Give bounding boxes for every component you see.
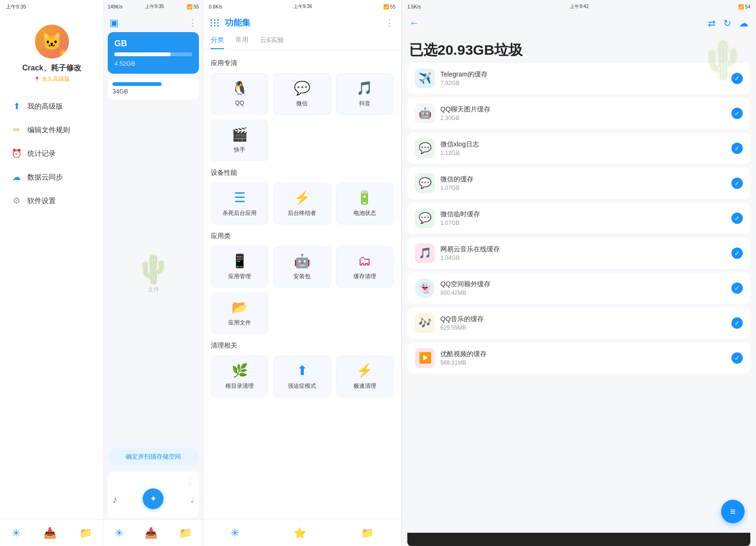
card-app-files[interactable]: 📂 应用文件 [211,292,268,334]
nav-folder-3[interactable]: 📁 [361,527,374,539]
card-cache-clean[interactable]: 🗂 缓存清理 [336,246,394,288]
section-title-clean: 清理相关 [211,341,394,350]
list-item-youku[interactable]: ▶️ 优酷视频的缓存 568.31MB ✓ [407,342,750,374]
p3-tabs: 分类 常用 云&实验 [203,32,401,50]
check-netease[interactable]: ✓ [731,247,743,259]
back-button[interactable]: ← [409,17,420,29]
sidebar-item-rules[interactable]: ✏ 编辑文件规则 [0,118,103,142]
card-battery[interactable]: 🔋 电池状态 [336,183,394,224]
nav-fan-2[interactable]: ✳ [115,527,123,539]
card-apk[interactable]: 🤖 安装包 [273,246,331,288]
card-kuaishou[interactable]: 🎬 快手 [211,119,268,161]
douyin-icon: 🎵 [356,80,373,96]
more-icon[interactable]: ⋮ [189,17,197,28]
card-douyin[interactable]: 🎵 抖音 [336,73,394,115]
wechat-xlog-icon: 💬 [415,138,435,158]
check-wechat-cache[interactable]: ✓ [731,178,743,189]
sidebar-item-settings[interactable]: ⚙ 软件设置 [0,189,103,213]
item-info-wechat-cache: 微信的缓存 1.07GB [440,175,726,191]
list-item-wechat-cache[interactable]: 💬 微信的缓存 1.07GB ✓ [407,168,750,199]
card-qq[interactable]: 🐧 QQ [211,73,268,115]
nav-folder-2[interactable]: 📁 [179,527,192,539]
function-collection-panel: 0.6K/s 上午9:36 📶 55 功能集 ⋮ 分类 常用 云&实验 应用专清… [203,0,402,546]
hero-title: 已选20.93GB垃圾 [409,41,748,59]
storage-title: GB [114,39,192,49]
card-label-fast-clean: 极速清理 [353,382,376,390]
list-item-qq-space[interactable]: 👻 QQ空间额外缓存 800.42MB ✓ [407,273,750,304]
netease-icon: 🎵 [415,243,435,263]
item-size-qq-chat: 2.30GB [440,115,726,121]
check-qq-chat[interactable]: ✓ [731,108,743,119]
music-area: ♪ ✦ ♩ [112,486,194,513]
nav-folder-icon[interactable]: 📁 [79,527,92,539]
clean-grid: 🌿 根目录清理 ⬆ 强迫症模式 ⚡ 极速清理 [211,356,394,397]
action-fab[interactable]: ≡ [721,500,745,523]
p2-header: ▣ ⋮ [104,13,203,32]
list-item-netease[interactable]: 🎵 网易云音乐在线缓存 1.04GB ✓ [407,238,750,269]
card-label-apk: 安装包 [293,273,310,281]
sidebar-item-stats[interactable]: ⏰ 统计记录 [0,142,103,165]
card-wechat[interactable]: 💬 微信 [273,73,331,115]
item-info-telegram: Telegram的缓存 7.92GB [440,70,726,86]
sidebar-item-cloud[interactable]: ☁ 数据云同步 [0,165,103,189]
item-size-qq-music: 629.59MB [440,324,726,331]
nav-download-icon[interactable]: 📥 [43,527,56,539]
sidebar-item-premium[interactable]: ⬆ 我的高级版 [0,94,103,118]
list-item-wechat-xlog[interactable]: 💬 微信xlog日志 1.12GB ✓ [407,133,750,164]
more-dots[interactable]: ⋮ [186,476,194,486]
item-info-wechat-temp: 微信临时缓存 1.07GB [440,210,726,226]
storage-card: GB 4.52GB [108,32,199,74]
p3-more-icon[interactable]: ⋮ [385,17,394,28]
card-root-clean[interactable]: 🌿 根目录清理 [211,356,268,397]
item-size-qq-space: 800.42MB [440,290,726,296]
nav-star-3[interactable]: ⭐ [293,527,306,539]
nav-down-2[interactable]: 📥 [145,527,157,539]
upload-cloud-icon[interactable]: ☁ [739,17,748,29]
p4-header: ← ⇄ ↻ ☁ [402,13,756,33]
tab-common[interactable]: 常用 [235,32,249,49]
check-wechat-xlog[interactable]: ✓ [731,143,743,154]
check-qq-music[interactable]: ✓ [731,317,743,329]
sidebar-panel: 上午9:35 🐱 ⭐ Crack、耗子修改 永久高级版 ⬆ 我的高级版 ✏ 编辑… [0,0,104,546]
bar2 [112,82,162,86]
wechat-cache-icon: 💬 [415,173,435,193]
item-name-wechat-xlog: 微信xlog日志 [440,140,726,149]
item-name-qq-space: QQ空间额外缓存 [440,280,726,289]
card-kill-bg[interactable]: ☰ 杀死后台应用 [211,183,268,224]
fab-button[interactable]: ✦ [143,488,163,509]
check-youku[interactable]: ✓ [731,352,743,364]
tab-cloud[interactable]: 云&实验 [260,32,284,49]
bottom-nav-3: ✳ ⭐ 📁 [203,520,401,546]
sidebar-item-label-settings: 软件设置 [27,196,56,205]
scan-area: 🌵 文件 [104,102,203,444]
check-wechat-temp[interactable]: ✓ [731,213,743,224]
swap-icon[interactable]: ⇄ [708,17,716,29]
ocd-mode-icon: ⬆ [297,363,308,378]
card-bg-terminator[interactable]: ⚡ 后台终结者 [273,183,331,224]
card-ocd-mode[interactable]: ⬆ 强迫症模式 [273,356,331,397]
refresh-icon[interactable]: ↻ [723,17,731,29]
bottom-nav-1: ✳ 📥 📁 [0,520,103,546]
confirm-scan-button[interactable]: 确定并扫描存储空间 [108,448,199,466]
battery-icon: 🔋 [356,190,373,205]
wechat-icon: 💬 [294,80,310,96]
app-manager-icon: 📱 [232,253,248,269]
item-name-wechat-cache: 微信的缓存 [440,175,726,184]
storage-sub2: 34GB [112,88,194,95]
list-item-wechat-temp[interactable]: 💬 微信临时缓存 1.07GB ✓ [407,203,750,234]
qq-chat-icon: 🤖 [415,103,435,123]
nav-fan-3[interactable]: ✳ [231,527,239,539]
list-item-qq-music[interactable]: 🎶 QQ音乐的缓存 629.59MB ✓ [407,307,750,339]
item-info-youku: 优酷视频的缓存 568.31MB [440,350,726,366]
section-title-device: 设备性能 [211,169,394,177]
card-fast-clean[interactable]: ⚡ 极速清理 [336,356,394,397]
list-item-qq-chat[interactable]: 🤖 QQ聊天图片缓存 2.30GB ✓ [407,98,750,129]
avatar-badge: ⭐ [60,49,68,58]
nav-fan-icon[interactable]: ✳ [12,527,20,539]
storage-section2: 34GB [108,77,199,100]
tab-category[interactable]: 分类 [211,32,224,49]
status-bar-1: 上午9:35 [0,0,103,13]
item-info-qq-space: QQ空间额外缓存 800.42MB [440,280,726,296]
check-qq-space[interactable]: ✓ [731,282,743,294]
card-app-manager[interactable]: 📱 应用管理 [211,246,268,288]
